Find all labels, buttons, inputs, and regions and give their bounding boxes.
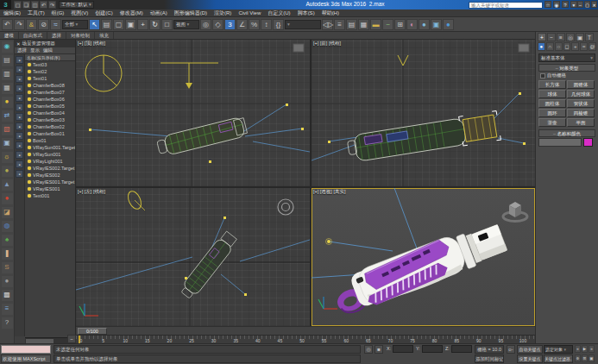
menu-item[interactable]: Civil View <box>235 10 264 16</box>
bind-to-space-warp-icon[interactable]: ≈ <box>50 19 61 30</box>
viewcube-home-icon[interactable] <box>503 202 527 222</box>
primitive-type-dropdown[interactable]: 标准基本体 <box>538 53 595 62</box>
mirror-icon[interactable]: ◁▷ <box>322 19 333 30</box>
spinner-snap-toggle-icon[interactable]: ↕ <box>261 19 272 30</box>
object-name-field[interactable] <box>538 138 582 147</box>
named-selection-sets-dropdown[interactable] <box>285 20 321 29</box>
filter-xrefs-icon[interactable]: ▪ <box>16 122 23 130</box>
explorer-item[interactable]: VRaySun001 <box>25 151 75 158</box>
explorer-item[interactable]: ChamferBox03 <box>25 116 75 123</box>
primitive-button[interactable]: 几何球体 <box>567 90 595 98</box>
primitive-button[interactable]: 长方体 <box>538 80 566 89</box>
filter-groups-icon[interactable]: ▪ <box>16 113 23 121</box>
zoom-viewport-button[interactable]: ⊕ <box>575 355 581 362</box>
maxscript-mini-listener[interactable]: 欢迎使用 MAXScript <box>1 355 51 363</box>
close-icon[interactable]: ✕ <box>16 41 21 47</box>
ribbon-tab[interactable]: 自由形式 <box>19 32 47 39</box>
visibility-bulb-icon[interactable] <box>28 84 31 87</box>
menu-item[interactable]: 渲染(R) <box>211 9 235 17</box>
schematic-view-icon[interactable]: ⊞ <box>394 19 406 30</box>
visibility-bulb-icon[interactable] <box>28 97 31 101</box>
selection-lock-icon[interactable]: ■ <box>375 345 383 354</box>
application-menu-button[interactable]: 3 <box>0 0 11 9</box>
visibility-bulb-icon[interactable] <box>28 139 31 142</box>
minimize-button[interactable]: ‒ <box>577 1 583 8</box>
visibility-bulb-icon[interactable] <box>28 180 31 184</box>
tab-display[interactable]: ▣ <box>576 33 584 41</box>
explorer-item[interactable]: Text02 <box>25 68 75 75</box>
workspace-dropdown[interactable]: 工作区: 默认 <box>59 1 94 9</box>
explorer-item[interactable]: VRaySun001.Target <box>25 144 75 151</box>
mini-curve-editor-button[interactable]: ~ <box>67 335 76 343</box>
selection-set-dropdown[interactable]: 选定对象 <box>544 345 573 354</box>
material-editor-icon[interactable]: ◐ <box>406 19 418 30</box>
checker-icon[interactable]: ▩ <box>2 290 13 301</box>
menu-item[interactable]: 组(G) <box>48 9 68 17</box>
tab-modify[interactable]: ~ <box>547 33 556 41</box>
menu-item[interactable]: 工具(T) <box>24 9 48 17</box>
select-and-move-icon[interactable]: + <box>137 19 148 30</box>
primitive-button[interactable]: 圆柱体 <box>538 99 566 108</box>
rectangular-selection-region-icon[interactable]: ▢ <box>113 19 124 30</box>
selection-filter-dropdown[interactable]: 全部 <box>62 20 88 29</box>
sign-in-icon[interactable]: ◉ <box>553 1 560 8</box>
open-file-icon[interactable]: ❏ <box>22 1 30 9</box>
go-to-end-button[interactable]: » <box>589 345 595 353</box>
menu-item[interactable]: 图形编辑器(D) <box>171 9 211 17</box>
favorites-star-icon[interactable]: ☆ <box>544 1 551 8</box>
explorer-item[interactable]: ChamferBox08 <box>25 82 75 89</box>
use-pivot-point-center-icon[interactable]: ◎ <box>200 19 211 30</box>
film-icon[interactable]: ▧ <box>2 124 13 135</box>
edit-named-selection-sets-icon[interactable]: {} <box>273 19 284 30</box>
redo-icon[interactable]: ↷ <box>14 19 25 30</box>
save-file-icon[interactable]: ◫ <box>31 1 39 9</box>
snaps-toggle-3d-icon[interactable]: 3 <box>224 19 236 30</box>
menu-item[interactable]: 修改器(M) <box>116 9 147 17</box>
category-shapes[interactable]: ∩ <box>546 42 554 51</box>
reference-coordinate-dropdown[interactable]: 视图 <box>173 20 199 29</box>
explorer-item[interactable]: ChamferBox05 <box>25 103 75 110</box>
camera-box-icon[interactable]: ◪ <box>2 207 13 218</box>
tab-create[interactable]: + <box>538 33 546 41</box>
close-button[interactable]: ✕ <box>591 1 597 8</box>
select-and-rotate-icon[interactable]: ↻ <box>149 19 161 30</box>
select-and-scale-icon[interactable]: □ <box>161 19 173 30</box>
category-cameras[interactable]: ◻ <box>563 42 571 51</box>
menu-item[interactable]: 自定义(U) <box>264 9 293 17</box>
visibility-bulb-icon[interactable] <box>28 132 31 135</box>
menu-item[interactable]: 脚本(S) <box>294 9 318 17</box>
render-production-icon[interactable]: ● <box>443 19 454 30</box>
menu-item[interactable]: 编辑(E) <box>0 9 24 17</box>
macro-recorder-field[interactable] <box>1 345 51 354</box>
tree-icon[interactable]: ♠ <box>2 235 13 246</box>
help-icon[interactable]: ? <box>562 1 569 8</box>
menu-item[interactable]: 创建(C) <box>91 9 116 17</box>
ribbon-tab[interactable]: 填充 <box>95 32 114 39</box>
filter-geometry-icon[interactable]: ▪ <box>16 56 23 64</box>
primitive-button[interactable]: 四棱锥 <box>567 109 595 117</box>
curve-editor-icon[interactable]: ~ <box>382 19 393 30</box>
primitive-button[interactable]: 管状体 <box>567 99 595 108</box>
swap-arrows-icon[interactable]: ⇄ <box>2 110 13 122</box>
viewport-label[interactable]: [+] [左] [线框] <box>78 189 105 195</box>
filter-lights-icon[interactable]: ▪ <box>16 75 23 83</box>
filter-materials-icon[interactable]: ▪ <box>16 132 23 140</box>
visibility-bulb-icon[interactable] <box>28 91 31 94</box>
menu-arrow-icon[interactable]: ▾ <box>570 1 577 8</box>
filter-frozen-icon[interactable]: ▪ <box>16 170 23 178</box>
percent-snap-toggle-icon[interactable]: % <box>249 19 260 30</box>
ribbon-tab[interactable]: 建模 <box>0 32 19 39</box>
new-file-icon[interactable]: ▢ <box>14 1 22 9</box>
category-systems[interactable]: @ <box>589 42 596 51</box>
maximize-button[interactable]: ▢ <box>584 1 590 8</box>
hand-icon[interactable]: ❚ <box>2 248 13 260</box>
primitive-button[interactable]: 圆锥体 <box>567 80 595 89</box>
category-geometry[interactable]: ● <box>538 42 545 51</box>
visibility-bulb-icon[interactable] <box>28 194 31 198</box>
set-key-button[interactable]: 设置关键点 <box>517 355 543 363</box>
rendered-frame-window-icon[interactable]: ▣ <box>431 19 442 30</box>
explorer-menu-item[interactable]: 选择 <box>17 47 27 53</box>
viewport-label[interactable]: [+] [前] [线框] <box>313 41 341 47</box>
primitive-button[interactable]: 圆环 <box>538 109 566 117</box>
explorer-item[interactable]: ChamferBox02 <box>25 123 75 130</box>
